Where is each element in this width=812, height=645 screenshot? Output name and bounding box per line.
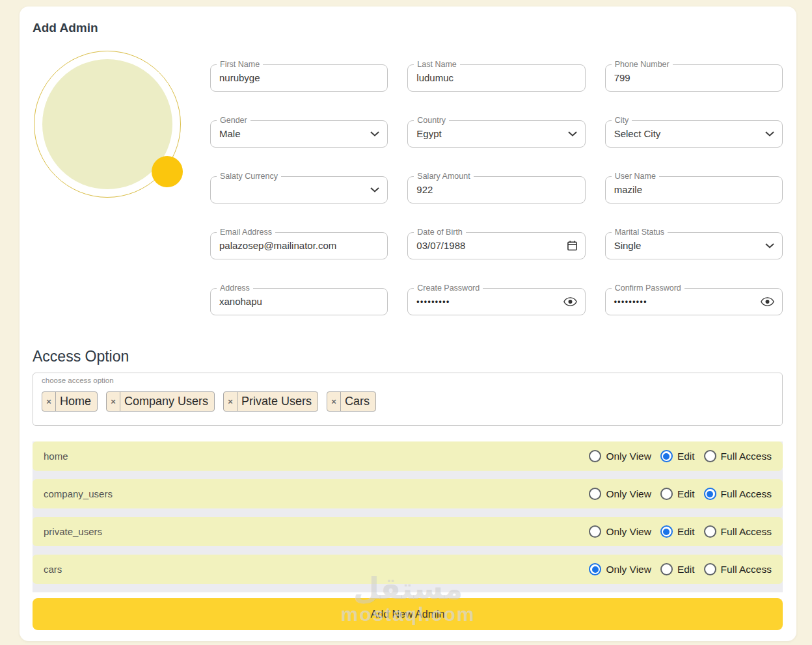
radio-only-view[interactable]: Only View (589, 488, 651, 500)
radio-label: Full Access (721, 564, 772, 575)
salary-amount-label: Salary Amount (414, 172, 473, 181)
radio-group-home: Only View Edit Full Access (580, 450, 772, 462)
radio-edit[interactable]: Edit (660, 488, 695, 500)
radio-full-access[interactable]: Full Access (704, 525, 772, 538)
add-new-admin-button[interactable]: Add New Admin (33, 598, 783, 630)
radio-icon[interactable] (704, 563, 716, 575)
radio-only-view[interactable]: Only View (589, 450, 651, 462)
address-field[interactable]: Address xanohapu (210, 288, 388, 315)
radio-icon[interactable] (589, 525, 601, 538)
page-title: Add Admin (33, 21, 98, 35)
radio-icon[interactable] (660, 563, 673, 575)
radio-only-view[interactable]: Only View (589, 563, 651, 575)
email-label: Email Address (217, 228, 275, 237)
calendar-icon[interactable] (567, 241, 577, 251)
radio-icon[interactable] (660, 525, 673, 538)
city-value: Select City (606, 121, 782, 147)
radio-icon[interactable] (589, 450, 601, 462)
salary-currency-label: Salaty Currency (217, 172, 281, 181)
access-row-company-users: company_users Only View Edit Full Access (33, 479, 783, 508)
salary-amount-field[interactable]: Salary Amount 922 (407, 176, 585, 204)
last-name-field[interactable]: Last Name ludumuc (407, 64, 585, 92)
access-tags: × Home × Company Users × Private Users ×… (42, 391, 376, 412)
access-rows: home Only View Edit Full Access company_… (33, 441, 783, 592)
avatar-edit-badge[interactable] (152, 156, 183, 187)
row-name: cars (44, 564, 62, 575)
radio-label: Full Access (721, 488, 772, 500)
remove-tag-icon[interactable]: × (107, 392, 120, 411)
admin-form: First Name nurubyge Last Name ludumuc Ph… (210, 64, 783, 315)
radio-icon[interactable] (704, 525, 716, 538)
row-name: home (44, 451, 68, 462)
salary-currency-select[interactable]: Salaty Currency (210, 176, 388, 204)
remove-tag-icon[interactable]: × (42, 392, 56, 411)
radio-label: Edit (677, 526, 695, 538)
eye-icon[interactable] (563, 297, 577, 307)
first-name-field[interactable]: First Name nurubyge (210, 64, 388, 92)
eye-icon[interactable] (761, 297, 774, 307)
marital-status-label: Marital Status (612, 228, 668, 237)
radio-icon[interactable] (660, 488, 673, 500)
tag-label: Private Users (237, 392, 318, 411)
city-select[interactable]: City Select City (605, 120, 783, 148)
radio-label: Full Access (721, 451, 772, 462)
chevron-down-icon (370, 187, 379, 192)
first-name-label: First Name (217, 60, 263, 70)
chevron-down-icon (765, 131, 774, 137)
radio-icon[interactable] (660, 450, 673, 462)
radio-full-access[interactable]: Full Access (704, 450, 772, 462)
add-admin-card: Add Admin First Name nurubyge Last Name … (20, 7, 796, 641)
tag-home: × Home (42, 391, 98, 412)
remove-tag-icon[interactable]: × (224, 392, 237, 411)
date-of-birth-label: Date of Birth (414, 228, 465, 237)
country-label: Country (414, 116, 449, 125)
create-password-field[interactable]: Create Password ••••••••• (407, 288, 585, 315)
address-label: Address (217, 283, 253, 293)
tag-private-users: × Private Users (223, 391, 318, 412)
marital-status-select[interactable]: Marital Status Single (605, 232, 783, 259)
radio-label: Full Access (721, 526, 772, 538)
user-name-field[interactable]: User Name mazile (605, 176, 783, 204)
radio-group-cars: Only View Edit Full Access (580, 563, 772, 575)
radio-full-access[interactable]: Full Access (704, 488, 772, 500)
gender-select[interactable]: Gender Male (210, 120, 388, 148)
radio-full-access[interactable]: Full Access (704, 563, 772, 575)
tag-label: Cars (341, 392, 375, 411)
radio-icon[interactable] (589, 563, 601, 575)
radio-label: Edit (677, 488, 695, 500)
chevron-down-icon (370, 131, 379, 137)
radio-icon[interactable] (704, 488, 716, 500)
radio-only-view[interactable]: Only View (589, 525, 651, 538)
radio-edit[interactable]: Edit (660, 563, 695, 575)
access-picker-label: choose access option (42, 376, 114, 384)
remove-tag-icon[interactable]: × (327, 392, 341, 411)
access-row-cars: cars Only View Edit Full Access (33, 555, 783, 584)
last-name-label: Last Name (414, 60, 459, 70)
radio-label: Only View (606, 451, 651, 462)
radio-group-private-users: Only View Edit Full Access (580, 525, 772, 538)
create-password-label: Create Password (414, 283, 483, 293)
tag-cars: × Cars (327, 391, 376, 412)
phone-number-field[interactable]: Phone Number 799 (605, 64, 783, 92)
radio-group-company-users: Only View Edit Full Access (580, 488, 772, 500)
gender-label: Gender (217, 116, 250, 125)
avatar-upload[interactable] (34, 51, 181, 198)
radio-label: Only View (606, 564, 651, 575)
user-name-label: User Name (612, 172, 659, 181)
confirm-password-field[interactable]: Confirm Password ••••••••• (605, 288, 783, 315)
access-option-picker[interactable]: choose access option × Home × Company Us… (33, 373, 783, 426)
email-field[interactable]: Email Address palazosep@mailinator.com (210, 232, 388, 259)
access-option-heading: Access Option (33, 348, 129, 365)
phone-number-label: Phone Number (612, 60, 673, 70)
radio-icon[interactable] (589, 488, 601, 500)
radio-icon[interactable] (704, 450, 716, 462)
radio-edit[interactable]: Edit (660, 525, 695, 538)
radio-edit[interactable]: Edit (660, 450, 695, 462)
access-row-private-users: private_users Only View Edit Full Access (33, 517, 783, 546)
access-row-home: home Only View Edit Full Access (33, 441, 783, 471)
date-of-birth-field[interactable]: Date of Birth 03/07/1988 (407, 232, 585, 259)
tag-label: Home (56, 392, 97, 411)
tag-label: Company Users (120, 392, 214, 411)
country-select[interactable]: Country Egypt (407, 120, 585, 148)
chevron-down-icon (568, 131, 577, 137)
